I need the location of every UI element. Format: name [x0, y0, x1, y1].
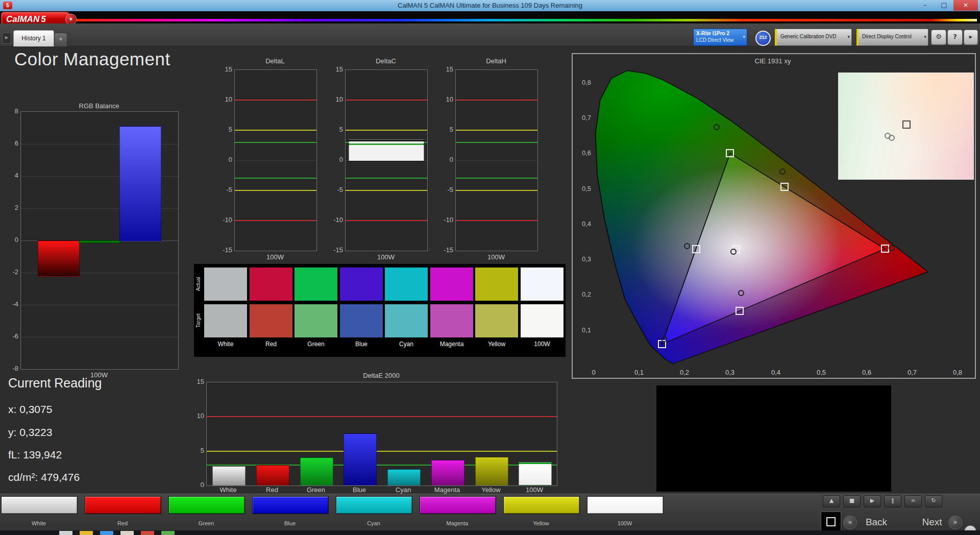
x-category-label: 100W: [512, 486, 556, 494]
target-swatch-Cyan: [385, 304, 428, 337]
reading-x: x: 0,3075: [8, 403, 52, 416]
cie-x-tick-label: 0,7: [902, 369, 922, 376]
transport-pause-button[interactable]: ‖: [884, 495, 901, 507]
back-button[interactable]: Back: [859, 517, 894, 528]
pattern-button-magenta[interactable]: [420, 496, 496, 514]
tolerance-line: [346, 190, 427, 191]
cie-y-tick-label: 0,4: [574, 220, 591, 228]
pattern-button-white[interactable]: [1, 496, 78, 514]
pattern-button-green[interactable]: [168, 496, 245, 514]
cie-1931-panel: CIE 1931 xy: [572, 53, 976, 379]
cie-y-tick-label: 0,2: [574, 290, 591, 298]
meter-mode: LCD Direct View: [696, 37, 733, 43]
target-swatch-Blue: [340, 304, 383, 337]
transport-loop-button[interactable]: ↻: [925, 495, 942, 507]
help-icon[interactable]: ?: [947, 30, 963, 45]
close-button[interactable]: ×: [953, 0, 978, 11]
tolerance-line: [456, 142, 537, 143]
delta-c-plot: [345, 69, 428, 251]
cie-y-tick-label: 0,1: [574, 326, 591, 334]
actual-swatch-Yellow: [475, 268, 518, 301]
cie-x-tick-label: 0,4: [766, 369, 786, 376]
transport-continuous-button[interactable]: ∞: [904, 495, 922, 507]
delta-c-chart: DeltaC 100W 151050-5-10-15: [329, 57, 428, 261]
gear-icon[interactable]: ⚙: [931, 30, 946, 45]
cie-measured-red: [889, 245, 895, 251]
cie-x-tick-label: 0,3: [720, 369, 740, 376]
meter-dropdown[interactable]: X-Rite i1Pro 2 LCD Direct View ▾: [693, 29, 747, 46]
swatch-column-label: Yellow: [475, 341, 518, 348]
chevron-down-icon: ▾: [743, 34, 745, 39]
delta-l-plot: [234, 69, 317, 251]
pattern-button-red[interactable]: [85, 496, 161, 514]
pattern-window-button[interactable]: [821, 512, 841, 532]
meter-name: X-Rite i1Pro 2: [696, 31, 729, 36]
cie-y-tick-label: 0,6: [574, 149, 591, 157]
chevron-down-icon: ▾: [924, 34, 926, 39]
next-chevron-button[interactable]: »: [948, 516, 962, 529]
cie-measured-magenta: [738, 290, 744, 296]
y-tick-label: -10: [219, 216, 232, 224]
tab-history-1[interactable]: History 1: [13, 30, 54, 46]
zero-gridline: [456, 160, 537, 161]
back-chevron-button[interactable]: «: [843, 516, 857, 529]
pattern-button-cyan[interactable]: [336, 496, 412, 514]
y-tick-label: 5: [330, 126, 343, 133]
pattern-button-label: Yellow: [503, 520, 579, 526]
pattern-button-yellow[interactable]: [503, 496, 580, 514]
panel-expand-icon[interactable]: ▸: [964, 30, 978, 45]
next-button[interactable]: Next: [917, 517, 947, 528]
swatch-column-label: Blue: [340, 341, 383, 348]
source-dropdown[interactable]: Generic Calibration DVD ▾: [775, 29, 852, 46]
pattern-button-100w[interactable]: [587, 496, 664, 514]
pattern-button-label: White: [1, 520, 77, 526]
cie-y-tick-label: 0,7: [574, 114, 591, 121]
delta-e-plot: [206, 382, 557, 486]
pattern-preview-window: [656, 385, 891, 492]
chart-title: DeltaC: [345, 57, 427, 65]
pattern-button-blue[interactable]: [252, 496, 329, 514]
y-tick-label: 15: [191, 378, 204, 385]
delta-h-chart: DeltaH 100W 151050-5-10-15: [439, 57, 538, 261]
bar-blue: [119, 126, 161, 241]
add-tab-button[interactable]: +: [54, 33, 67, 46]
swatch-column-label: 100W: [521, 341, 564, 348]
y-tick-label: -15: [219, 246, 232, 254]
y-tick-label: -10: [440, 216, 453, 224]
cie-target-red: [881, 245, 889, 253]
nav-expand-button[interactable]: ▶: [2, 33, 11, 44]
cie-x-tick-label: 0,8: [947, 369, 968, 376]
x-category-label: Green: [294, 486, 338, 494]
y-tick-label: 2: [4, 204, 18, 211]
transport-play-button[interactable]: ▶: [864, 495, 881, 507]
reading-cdm2: cd/m²: 479,476: [8, 471, 80, 483]
gridline: [21, 337, 178, 337]
cie-x-tick-label: 0: [583, 369, 604, 376]
transport-eject-button[interactable]: ▲: [823, 495, 840, 507]
y-tick-label: -10: [330, 216, 343, 224]
x-category-label: Cyan: [381, 486, 425, 494]
y-tick-label: 15: [219, 65, 232, 73]
pattern-button-label: 100W: [587, 520, 663, 526]
actual-swatch-Magenta: [430, 268, 473, 301]
actual-swatch-White: [204, 268, 247, 301]
actual-swatch-Green: [295, 268, 337, 301]
x-axis-label: 100W: [455, 253, 537, 261]
x-category-label: Red: [250, 486, 294, 494]
tolerance-line: [456, 130, 537, 131]
meter-count-badge: 212: [755, 31, 771, 46]
x-category-label: Yellow: [469, 486, 513, 494]
maximize-button[interactable]: □: [935, 0, 953, 11]
cie-inset-zoom: [838, 72, 974, 180]
taskbar-icon-fragment: [59, 531, 72, 535]
y-tick-label: 0: [440, 156, 453, 163]
rainbow-divider: [77, 19, 977, 21]
x-category-label: Blue: [337, 486, 381, 494]
cie-y-tick-label: 0,8: [574, 79, 591, 86]
source-label: Generic Calibration DVD: [780, 34, 837, 39]
delta-e-2000-chart: DeltaE 2000 151050WhiteRedGreenBlueCyanM…: [190, 372, 573, 496]
minimize-button[interactable]: –: [916, 0, 935, 11]
transport-stop-button[interactable]: ■: [843, 495, 861, 507]
display-control-dropdown[interactable]: Direct Display Control ▾: [856, 29, 928, 46]
y-tick-label: 15: [330, 65, 343, 73]
